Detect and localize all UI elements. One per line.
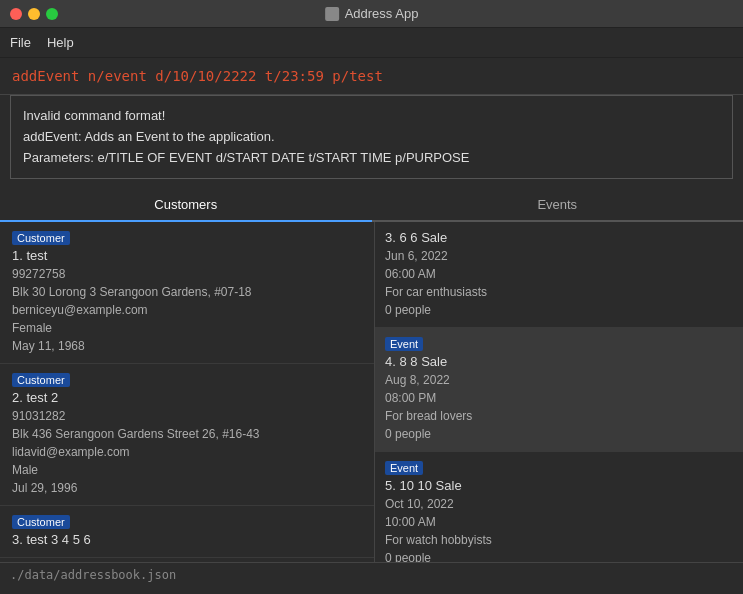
customer-badge: Customer — [12, 231, 70, 245]
error-line1: Invalid command format! — [23, 106, 720, 127]
customer-name: 1. test — [12, 248, 362, 263]
event-title: 5. 10 10 Sale — [385, 478, 733, 493]
customer-phone: 99272758 — [12, 265, 362, 283]
customer-dob: Jul 29, 1996 — [12, 479, 362, 497]
event-date: Jun 6, 2022 — [385, 247, 733, 265]
customer-card[interactable]: Customer3. test 3 4 5 6 — [0, 506, 374, 558]
event-people: 0 people — [385, 549, 733, 562]
event-card[interactable]: Event5. 10 10 SaleOct 10, 202210:00 AMFo… — [375, 452, 743, 562]
command-bar — [0, 58, 743, 95]
event-people: 0 people — [385, 425, 733, 443]
customers-panel: Customer1. test99272758Blk 30 Lorong 3 S… — [0, 222, 375, 562]
close-button[interactable] — [10, 8, 22, 20]
customer-name: 3. test 3 4 5 6 — [12, 532, 362, 547]
app-icon — [325, 7, 339, 21]
tab-bar: Customers Events — [0, 189, 743, 222]
maximize-button[interactable] — [46, 8, 58, 20]
customer-gender: Male — [12, 461, 362, 479]
menu-help[interactable]: Help — [47, 35, 74, 50]
error-line2: addEvent: Adds an Event to the applicati… — [23, 127, 720, 148]
menu-file[interactable]: File — [10, 35, 31, 50]
customer-phone: 91031282 — [12, 407, 362, 425]
event-purpose: For car enthusiasts — [385, 283, 733, 301]
status-bar: ./data/addressbook.json — [0, 562, 743, 586]
tab-events[interactable]: Events — [372, 189, 744, 220]
error-line3: Parameters: e/TITLE OF EVENT d/START DAT… — [23, 148, 720, 169]
event-time: 08:00 PM — [385, 389, 733, 407]
event-date: Aug 8, 2022 — [385, 371, 733, 389]
event-people: 0 people — [385, 301, 733, 319]
command-input[interactable] — [12, 68, 731, 84]
event-badge: Event — [385, 337, 423, 351]
window-title: Address App — [325, 6, 419, 21]
event-title: 4. 8 8 Sale — [385, 354, 733, 369]
customer-card[interactable]: Customer1. test99272758Blk 30 Lorong 3 S… — [0, 222, 374, 364]
minimize-button[interactable] — [28, 8, 40, 20]
event-badge: Event — [385, 461, 423, 475]
error-box: Invalid command format! addEvent: Adds a… — [10, 95, 733, 179]
event-purpose: For watch hobbyists — [385, 531, 733, 549]
customer-badge: Customer — [12, 373, 70, 387]
content-area: Customer1. test99272758Blk 30 Lorong 3 S… — [0, 222, 743, 562]
event-purpose: For bread lovers — [385, 407, 733, 425]
traffic-lights — [0, 8, 58, 20]
event-date: Oct 10, 2022 — [385, 495, 733, 513]
event-card[interactable]: 3. 6 6 SaleJun 6, 202206:00 AMFor car en… — [375, 222, 743, 328]
customer-email: lidavid@example.com — [12, 443, 362, 461]
status-text: ./data/addressbook.json — [10, 568, 176, 582]
menu-bar: File Help — [0, 28, 743, 58]
event-title: 3. 6 6 Sale — [385, 230, 733, 245]
event-time: 10:00 AM — [385, 513, 733, 531]
events-panel: 3. 6 6 SaleJun 6, 202206:00 AMFor car en… — [375, 222, 743, 562]
event-time: 06:00 AM — [385, 265, 733, 283]
title-bar: Address App — [0, 0, 743, 28]
customer-dob: May 11, 1968 — [12, 337, 362, 355]
event-card[interactable]: Event4. 8 8 SaleAug 8, 202208:00 PMFor b… — [375, 328, 743, 452]
customer-card[interactable]: Customer2. test 291031282Blk 436 Serango… — [0, 364, 374, 506]
customer-gender: Female — [12, 319, 362, 337]
customer-name: 2. test 2 — [12, 390, 362, 405]
customer-address: Blk 436 Serangoon Gardens Street 26, #16… — [12, 425, 362, 443]
customer-badge: Customer — [12, 515, 70, 529]
tab-customers[interactable]: Customers — [0, 189, 372, 222]
customer-address: Blk 30 Lorong 3 Serangoon Gardens, #07-1… — [12, 283, 362, 301]
customer-email: berniceyu@example.com — [12, 301, 362, 319]
